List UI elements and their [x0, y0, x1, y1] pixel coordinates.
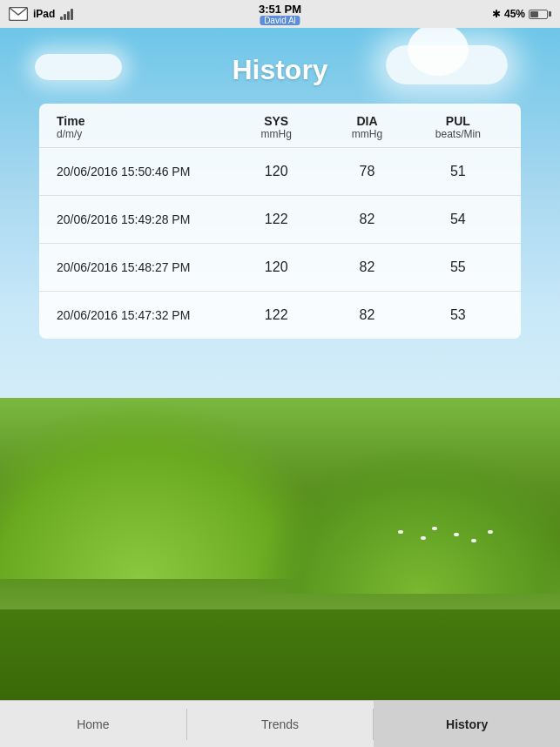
- tab-trends-label: Trends: [261, 717, 299, 731]
- status-time: 3:51 PM: [259, 3, 301, 16]
- table-row: 20/06/2016 15:47:32 PM 122 82 53: [39, 292, 521, 339]
- battery-icon: [529, 10, 551, 19]
- cell-pul-0: 51: [413, 164, 503, 179]
- table-row: 20/06/2016 15:49:28 PM 122 82 54: [39, 196, 521, 244]
- cell-sys-3: 122: [231, 307, 321, 323]
- col-dia-header: DIA mmHg: [321, 114, 412, 140]
- cell-sys-1: 122: [231, 212, 321, 227]
- cell-time-3: 20/06/2016 15:47:32 PM: [57, 308, 231, 322]
- status-left: iPad: [9, 7, 73, 21]
- wifi-icon: [60, 9, 73, 20]
- cell-time-2: 20/06/2016 15:48:27 PM: [57, 260, 231, 274]
- sys-col-sublabel: mmHg: [231, 128, 321, 140]
- main-content: History Time d/m/y SYS mmHg DIA mmHg PUL…: [0, 28, 560, 700]
- table-header: Time d/m/y SYS mmHg DIA mmHg PUL beats/M…: [39, 104, 521, 148]
- tab-trends[interactable]: Trends: [187, 701, 374, 747]
- app-label: David Al: [260, 16, 300, 25]
- tab-bar: Home Trends History: [0, 700, 560, 747]
- cell-sys-2: 120: [231, 259, 321, 275]
- cell-dia-0: 78: [321, 164, 412, 179]
- bluetooth-icon: ✱: [492, 8, 501, 20]
- cell-dia-1: 82: [321, 212, 412, 227]
- tab-home[interactable]: Home: [0, 701, 186, 747]
- dia-col-sublabel: mmHg: [321, 128, 412, 140]
- device-label: iPad: [33, 8, 55, 20]
- mail-icon: [9, 7, 28, 21]
- pul-col-label: PUL: [413, 114, 503, 128]
- dia-col-label: DIA: [321, 114, 412, 128]
- col-time-header: Time d/m/y: [57, 114, 231, 140]
- cell-pul-3: 53: [413, 307, 503, 323]
- time-col-sublabel: d/m/y: [57, 128, 231, 140]
- cell-sys-0: 120: [231, 164, 321, 179]
- col-sys-header: SYS mmHg: [231, 114, 321, 140]
- table-row: 20/06/2016 15:50:46 PM 120 78 51: [39, 148, 521, 196]
- tab-history-label: History: [446, 717, 488, 731]
- history-table: Time d/m/y SYS mmHg DIA mmHg PUL beats/M…: [39, 104, 521, 339]
- page-title: History: [232, 54, 327, 86]
- tab-home-label: Home: [77, 717, 109, 731]
- col-pul-header: PUL beats/Min: [413, 114, 503, 140]
- table-row: 20/06/2016 15:48:27 PM 120 82 55: [39, 244, 521, 292]
- cell-time-1: 20/06/2016 15:49:28 PM: [57, 212, 231, 226]
- status-center: 3:51 PM David Al: [259, 3, 301, 25]
- time-col-label: Time: [57, 114, 231, 128]
- battery-percent: 45%: [504, 8, 525, 20]
- cell-pul-1: 54: [413, 212, 503, 227]
- cell-pul-2: 55: [413, 259, 503, 275]
- status-right: ✱ 45%: [492, 8, 551, 20]
- cell-dia-3: 82: [321, 307, 412, 323]
- cell-dia-2: 82: [321, 259, 412, 275]
- cell-time-0: 20/06/2016 15:50:46 PM: [57, 165, 231, 178]
- status-bar: iPad 3:51 PM David Al ✱ 45%: [0, 0, 560, 28]
- tab-history[interactable]: History: [374, 701, 560, 747]
- sys-col-label: SYS: [231, 114, 321, 128]
- pul-col-sublabel: beats/Min: [413, 128, 503, 140]
